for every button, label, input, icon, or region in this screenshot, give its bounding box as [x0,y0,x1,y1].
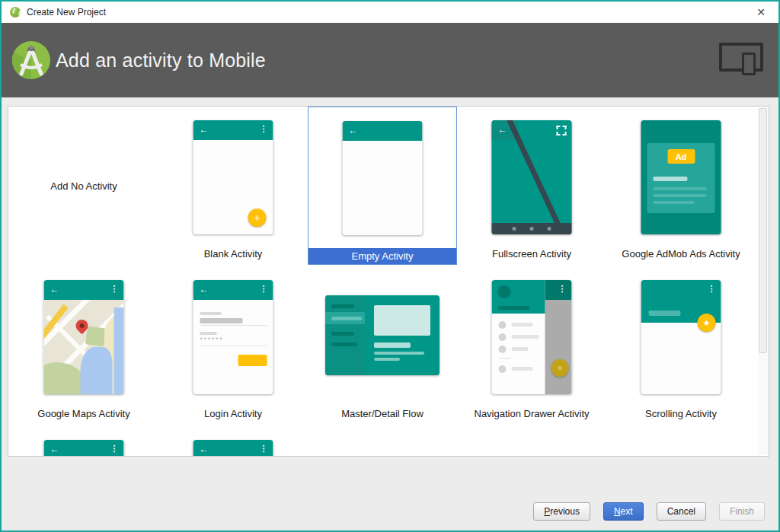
activity-cell-partial-2[interactable]: ← ⋮ [158,426,308,457]
activity-cell-empty-activity[interactable]: ← Empty Activity [308,107,457,265]
password-dots: •••••• [200,335,224,342]
fab-plus-icon: + [248,209,267,227]
activity-cell-blank-activity[interactable]: ← ⋮ + Blank Activity [158,107,308,265]
partial-thumbnail: ← ⋮ [44,440,124,457]
activity-cell-admob-activity[interactable]: Ad Google AdMob Ads Activity [606,107,756,265]
gallery-scrollbar[interactable] [758,107,768,455]
appbar: ⋮ [545,280,572,300]
activity-cell-add-no-activity[interactable]: Add No Activity [9,107,158,265]
fab-plus-icon: + [551,359,569,377]
overflow-menu-icon: ⋮ [260,444,268,454]
finish-button[interactable]: Finish [719,502,765,521]
wizard-footer: Previous Next Cancel Finish [533,502,765,521]
activity-label: Navigation Drawer Activity [457,408,606,419]
scrollbar-thumb[interactable] [759,108,767,353]
back-arrow-icon: ← [349,126,358,135]
previous-button[interactable]: Previous [533,502,590,521]
navigation-drawer-thumbnail: ⋮ + [492,280,572,394]
title-bar: Create New Project ✕ [2,2,778,23]
page-title: Add an activity to Mobile [56,49,266,72]
fullscreen-icon [557,126,567,135]
empty-activity-thumbnail: ← [343,121,423,235]
appbar: ← ⋮ [193,280,273,300]
avatar [498,285,511,298]
master-detail-thumbnail [325,295,440,375]
overflow-menu-icon: ⋮ [110,284,119,294]
back-arrow-icon: ← [200,444,209,454]
appbar: ← ⋮ [193,120,273,140]
close-icon[interactable]: ✕ [752,5,770,20]
activity-label: Google AdMob Ads Activity [606,248,756,260]
appbar: ← ⋮ [44,440,124,457]
map-graphic [44,300,124,394]
activity-label: Master/Detail Flow [308,408,457,419]
login-activity-thumbnail: ← ⋮ •••••• [193,280,273,394]
activity-label: Scrolling Activity [606,408,756,419]
overflow-menu-icon: ⋮ [260,284,268,294]
form-factor-mobile-icon [719,43,763,78]
fab-star-icon: ★ [698,314,716,332]
next-button[interactable]: Next [603,502,644,521]
activity-label: Blank Activity [158,248,308,260]
maps-activity-thumbnail: ← ⋮ [44,280,124,394]
login-button-graphic [238,355,267,366]
activity-cell-google-maps-activity[interactable]: ← ⋮ Goog [9,266,158,425]
activity-cell-master-detail-flow[interactable]: Master/Detail Flow [308,266,457,425]
activity-label: Google Maps Activity [9,408,158,419]
back-arrow-icon: ← [50,285,59,294]
admob-activity-thumbnail: Ad [641,120,721,234]
overflow-menu-icon: ⋮ [260,124,268,134]
appbar: ← [343,121,423,141]
android-studio-icon [10,7,21,18]
appbar: ← ⋮ [44,280,124,300]
activity-cell-navigation-drawer-activity[interactable]: ⋮ + [457,266,606,425]
ad-badge: Ad [667,149,695,164]
window-title: Create New Project [27,7,106,18]
activity-label: Login Activity [158,408,308,419]
back-arrow-icon: ← [498,125,507,134]
phone-icon [742,53,756,75]
back-arrow-icon: ← [50,444,59,454]
activity-gallery: Add No Activity ← ⋮ + Blank Activity ← [8,106,769,457]
activity-label: Fullscreen Activity [457,248,606,260]
fullscreen-activity-thumbnail: ← [492,120,572,234]
nav-bar [492,223,572,234]
create-new-project-dialog: Create New Project ✕ Add an activity to … [0,0,780,532]
monitor-icon [719,43,763,72]
android-studio-logo-icon [11,40,51,80]
back-arrow-icon: ← [200,285,209,294]
activity-label: Add No Activity [9,107,158,265]
activity-cell-partial-1[interactable]: ← ⋮ [9,426,158,457]
selected-activity-label: Empty Activity [308,248,456,264]
activity-cell-login-activity[interactable]: ← ⋮ •••••• Login Activity [158,266,308,425]
partial-thumbnail: ← ⋮ [193,440,273,457]
wizard-header: Add an activity to Mobile [2,23,778,97]
appbar: ← ⋮ [193,440,273,457]
scrolling-activity-thumbnail: ⋮ ★ [641,280,721,394]
blank-activity-thumbnail: ← ⋮ + [193,120,273,234]
back-arrow-icon: ← [200,125,209,134]
activity-cell-scrolling-activity[interactable]: ⋮ ★ Scrolling Activity [606,266,756,425]
cancel-button[interactable]: Cancel [657,502,706,521]
overflow-menu-icon: ⋮ [558,284,567,294]
activity-cell-fullscreen-activity[interactable]: ← Fullscreen Activity [457,107,606,265]
overflow-menu-icon: ⋮ [110,444,119,454]
overflow-menu-icon: ⋮ [708,284,716,294]
